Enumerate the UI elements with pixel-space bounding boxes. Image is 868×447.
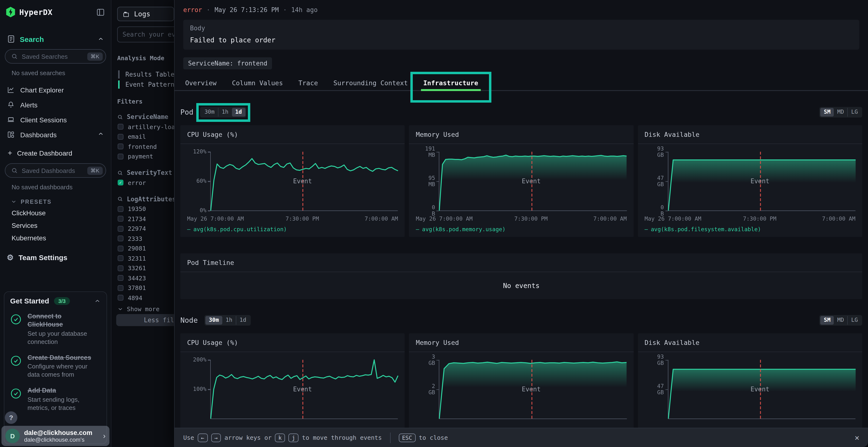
analysis-mode-option[interactable]: Results Table: [118, 69, 178, 79]
pod-size-control: SMMDLG: [819, 107, 862, 117]
get-started-step[interactable]: Connect to ClickHouseSet up your databas…: [10, 313, 101, 346]
arrow-left-key[interactable]: ←: [197, 433, 208, 442]
checkbox[interactable]: [118, 153, 123, 160]
checkbox[interactable]: [118, 295, 123, 301]
filters-label: Filters: [117, 98, 143, 105]
user-account-button[interactable]: D dale@clickhouse.com dale@clickhouse.co…: [1, 426, 110, 446]
service-name-chip[interactable]: ServiceName: frontend: [183, 57, 272, 69]
bell-icon: [7, 101, 15, 109]
event-marker-label: Event: [293, 177, 312, 185]
collapse-sidebar-icon[interactable]: [96, 7, 105, 16]
checkbox[interactable]: ✓: [118, 180, 123, 186]
hint-close-text: to close: [419, 434, 448, 441]
close-icon[interactable]: ✕: [855, 433, 859, 442]
chart-legend: —avg(k8s.pod.filesystem.available): [645, 224, 856, 235]
chart-plot[interactable]: 191 MB95 MB0 BEvent: [439, 152, 627, 211]
checkbox[interactable]: [118, 144, 123, 149]
chart-plot[interactable]: 93 GB47 GBEvent: [668, 360, 856, 419]
tab-surrounding-context[interactable]: Surrounding Context: [326, 75, 416, 90]
chart-plot[interactable]: 120%60%0%Event: [210, 152, 398, 211]
pod-range-control: 30m1h1d: [200, 107, 246, 117]
event-relative-time: 14h ago: [291, 6, 318, 13]
pod-range-30m[interactable]: 30m: [201, 108, 218, 116]
pod-range-1h[interactable]: 1h: [218, 108, 232, 116]
help-button[interactable]: ?: [5, 411, 18, 424]
checkbox[interactable]: [118, 265, 123, 271]
sidebar-nav: Chart ExplorerAlertsClient SessionsDashb…: [0, 82, 111, 142]
node-size-lg[interactable]: LG: [847, 316, 861, 325]
pod-size-sm[interactable]: SM: [820, 108, 834, 116]
check-circle-icon: [10, 355, 22, 379]
pod-size-lg[interactable]: LG: [847, 108, 861, 116]
shortcut-badge: ⌘K: [87, 166, 103, 175]
sidebar: HyperDX Search Saved Searches ⌘K No save…: [0, 0, 112, 447]
get-started-step[interactable]: Add DataStart sending logs, metrics, or …: [10, 387, 101, 412]
tab-column-values[interactable]: Column Values: [224, 75, 290, 90]
preset-item-kubernetes[interactable]: Kubernetes: [0, 232, 111, 244]
checkbox[interactable]: [118, 285, 123, 291]
sidebar-item-label: Chart Explorer: [20, 86, 104, 94]
k-key[interactable]: k: [275, 433, 285, 442]
saved-searches-input[interactable]: Saved Searches ⌘K: [5, 49, 106, 64]
checkbox[interactable]: [118, 216, 123, 222]
y-axis-tick: 200%: [193, 357, 207, 363]
sidebar-item-chart-explorer[interactable]: Chart Explorer: [0, 82, 111, 97]
node-range-1d[interactable]: 1d: [236, 316, 250, 325]
y-axis-tick: 0%: [199, 207, 207, 213]
node-range-1h[interactable]: 1h: [222, 316, 236, 325]
event-search-input[interactable]: Search your ev: [117, 27, 177, 42]
chart-plot[interactable]: 93 GB47 GB0 BEvent: [668, 152, 856, 211]
chart-title: CPU Usage (%): [180, 333, 405, 352]
tab-overview[interactable]: Overview: [178, 75, 224, 90]
preset-item-services[interactable]: Services: [0, 219, 111, 232]
checkbox[interactable]: [118, 206, 123, 212]
y-axis-tick: 3 GB: [429, 354, 435, 366]
separator-dot: ·: [283, 6, 287, 13]
pod-range-1d[interactable]: 1d: [232, 108, 245, 116]
search-icon: [11, 53, 18, 60]
y-axis-tick: 93 GB: [657, 354, 664, 366]
event-tabs: OverviewColumn ValuesTraceSurrounding Co…: [175, 75, 868, 91]
get-started-step[interactable]: Create Data SourcesConfigure where your …: [10, 354, 101, 379]
filter-option-label: 4894: [128, 294, 142, 302]
sidebar-item-search[interactable]: Search: [0, 22, 111, 46]
checkbox[interactable]: [118, 246, 123, 251]
node-size-sm[interactable]: SM: [820, 316, 834, 325]
esc-key[interactable]: ESC: [399, 433, 416, 442]
checkbox[interactable]: [118, 226, 123, 232]
pod-size-md[interactable]: MD: [834, 108, 847, 116]
pod-timeline-card: Pod Timeline No events: [180, 253, 862, 299]
checkbox[interactable]: [118, 236, 123, 242]
preset-item-clickhouse[interactable]: ClickHouse: [0, 207, 111, 219]
chevron-up-icon[interactable]: [97, 36, 104, 42]
less-filters-button[interactable]: Less fil: [116, 314, 176, 326]
source-select-button[interactable]: Logs: [117, 7, 174, 21]
mode-indicator: [118, 70, 120, 78]
analysis-mode-option[interactable]: Event Patterns: [118, 79, 178, 90]
tab-trace[interactable]: Trace: [290, 75, 326, 90]
sidebar-item-team-settings[interactable]: ⚙ Team Settings: [0, 244, 111, 271]
sidebar-item-alerts[interactable]: Alerts: [0, 97, 111, 112]
saved-dashboards-input[interactable]: Saved Dashboards ⌘K: [5, 163, 106, 178]
sidebar-item-client-sessions[interactable]: Client Sessions: [0, 112, 111, 127]
sidebar-item-dashboards[interactable]: Dashboards: [0, 127, 111, 142]
checkbox[interactable]: [118, 275, 123, 281]
filter-option-label: 2333: [128, 235, 142, 242]
node-size-md[interactable]: MD: [834, 316, 847, 325]
chevron-up-icon[interactable]: [94, 298, 101, 304]
chart-plot[interactable]: 200%100%Event: [210, 360, 398, 419]
checkbox[interactable]: [118, 255, 123, 261]
presets-toggle[interactable]: PRESETS: [0, 192, 111, 207]
chevron-up-icon[interactable]: [97, 131, 104, 139]
chart-plot[interactable]: 3 GB2 GBEvent: [439, 360, 627, 419]
tab-infrastructure[interactable]: Infrastructure: [416, 75, 486, 90]
node-range-30m[interactable]: 30m: [206, 316, 222, 325]
checkbox[interactable]: [118, 124, 123, 130]
filter-group-label: LogAttributes: [127, 195, 176, 203]
arrow-right-key[interactable]: →: [211, 433, 221, 442]
j-key[interactable]: j: [288, 433, 299, 442]
checkbox[interactable]: [118, 134, 123, 140]
legend-swatch: —: [187, 226, 190, 233]
create-dashboard-button[interactable]: + Create Dashboard: [0, 146, 111, 161]
analysis-mode-label: Analysis Mode: [117, 55, 164, 62]
